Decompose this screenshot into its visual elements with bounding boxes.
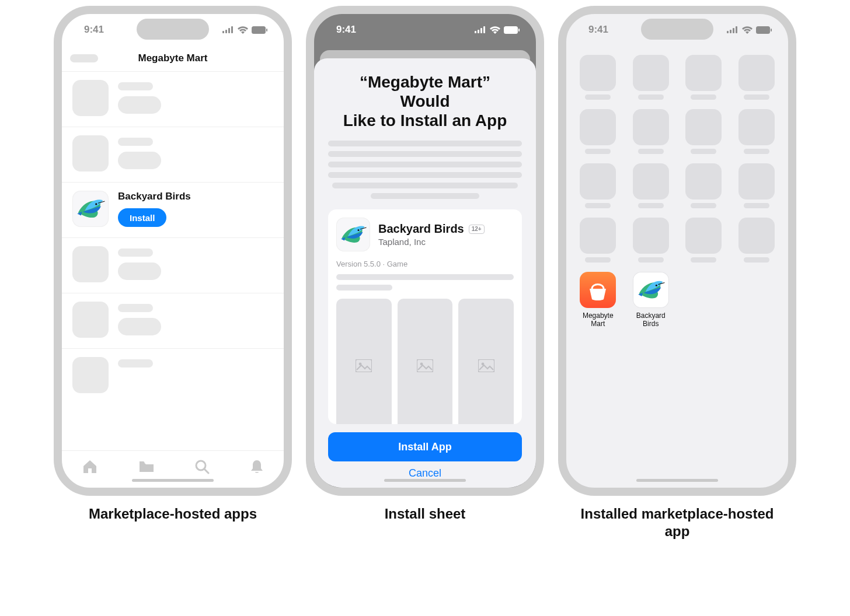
- cellular-icon: [222, 26, 234, 33]
- status-icons: [727, 26, 772, 34]
- app-slot[interactable]: [684, 218, 724, 262]
- svg-line-10: [204, 469, 208, 473]
- app-list: Backyard Birds Install: [62, 71, 284, 450]
- status-icons: [475, 26, 520, 34]
- placeholder-line: [336, 285, 392, 290]
- svg-rect-13: [480, 28, 482, 33]
- app-slot[interactable]: [737, 163, 777, 208]
- cancel-button[interactable]: Cancel: [328, 467, 522, 480]
- app-slot[interactable]: [631, 55, 671, 100]
- app-slot[interactable]: [737, 109, 777, 154]
- svg-rect-3: [222, 31, 224, 33]
- app-backyard-birds[interactable]: Backyard Birds: [631, 272, 671, 328]
- svg-rect-12: [478, 30, 479, 33]
- app-slot[interactable]: [578, 163, 618, 208]
- dynamic-island: [641, 19, 713, 40]
- svg-rect-4: [225, 30, 227, 33]
- install-button[interactable]: Install: [118, 208, 166, 227]
- image-icon: [417, 359, 433, 372]
- battery-icon: [756, 26, 772, 34]
- screenshot-placeholder: [458, 299, 514, 424]
- list-item[interactable]: [62, 293, 284, 349]
- svg-rect-6: [231, 26, 233, 33]
- list-item[interactable]: [62, 238, 284, 293]
- app-slot[interactable]: [737, 218, 777, 262]
- svg-rect-22: [771, 29, 772, 32]
- screenshot-placeholder: [336, 299, 392, 424]
- phone-marketplace: 9:41 Megabyte Mart: [54, 6, 292, 496]
- folder-icon[interactable]: [138, 460, 155, 473]
- svg-rect-5: [228, 28, 230, 33]
- app-icon-placeholder: [72, 135, 109, 172]
- app-icon-placeholder: [72, 246, 109, 282]
- dynamic-island: [137, 19, 209, 40]
- placeholder-pill: [118, 318, 161, 335]
- list-item[interactable]: [62, 127, 284, 183]
- app-label: Backyard Birds: [636, 312, 666, 328]
- home-icon[interactable]: [82, 459, 98, 474]
- list-item[interactable]: [62, 71, 284, 127]
- app-icon-placeholder: [72, 357, 109, 393]
- dynamic-island: [389, 19, 461, 40]
- age-badge: 12+: [469, 225, 485, 234]
- app-slot[interactable]: [631, 109, 671, 154]
- card-app-name: Backyard Birds 12+: [378, 222, 485, 236]
- sheet-title: “Megabyte Mart” Would Like to Install an…: [328, 72, 522, 130]
- app-slot[interactable]: [684, 163, 724, 208]
- cellular-icon: [475, 26, 486, 33]
- search-icon[interactable]: [194, 459, 210, 474]
- svg-rect-21: [756, 26, 770, 34]
- svg-rect-15: [504, 26, 518, 34]
- status-time: 9:41: [336, 24, 356, 36]
- bell-icon[interactable]: [250, 459, 264, 474]
- placeholder-line: [118, 138, 153, 146]
- app-slot[interactable]: [578, 109, 618, 154]
- phone-install-sheet: 9:41 “Megabyte Mart” Would Like to Insta…: [306, 6, 544, 496]
- app-label: Megabyte Mart: [583, 312, 614, 328]
- battery-icon: [252, 26, 267, 34]
- app-name: Backyard Birds: [118, 191, 191, 202]
- status-icons: [222, 26, 267, 34]
- app-slot[interactable]: [631, 218, 671, 262]
- app-slot[interactable]: [578, 218, 618, 262]
- hummingbird-icon: [636, 275, 666, 304]
- caption: Installed marketplace-hosted app: [572, 505, 782, 540]
- card-developer: Tapland, Inc: [378, 237, 485, 247]
- app-icon-backyard-birds: [336, 218, 370, 251]
- back-button[interactable]: [70, 54, 98, 62]
- status-time: 9:41: [84, 24, 104, 36]
- placeholder-pill: [118, 96, 161, 114]
- image-icon: [356, 359, 372, 372]
- placeholder-pill: [118, 152, 161, 169]
- app-slot[interactable]: [684, 109, 724, 154]
- battery-icon: [504, 26, 520, 34]
- card-meta: Version 5.5.0 · Game: [336, 260, 514, 268]
- svg-rect-19: [733, 28, 734, 33]
- app-megabyte-mart[interactable]: Megabyte Mart: [578, 272, 618, 328]
- placeholder-line: [118, 359, 153, 368]
- placeholder-line: [336, 274, 514, 280]
- placeholder-pill: [118, 262, 161, 280]
- screenshot-placeholder: [398, 299, 453, 424]
- caption: Install sheet: [385, 505, 466, 523]
- hummingbird-icon: [75, 194, 106, 224]
- home-indicator[interactable]: [636, 479, 718, 482]
- svg-rect-8: [266, 29, 267, 32]
- placeholder-line: [118, 304, 153, 312]
- app-slot[interactable]: [737, 55, 777, 100]
- app-icon-backyard-birds: [72, 191, 109, 227]
- home-indicator[interactable]: [384, 479, 466, 482]
- list-item-featured[interactable]: Backyard Birds Install: [62, 183, 284, 238]
- app-card: Backyard Birds 12+ Tapland, Inc Version …: [328, 209, 522, 424]
- app-slot[interactable]: [578, 55, 618, 100]
- svg-rect-17: [727, 31, 729, 33]
- home-indicator[interactable]: [132, 479, 214, 482]
- app-slot[interactable]: [684, 55, 724, 100]
- screenshot-row[interactable]: [336, 299, 514, 424]
- megabyte-mart-icon: [580, 272, 616, 308]
- list-item[interactable]: [62, 349, 284, 404]
- sheet-title-line2: Like to Install an App: [343, 111, 507, 130]
- caption: Marketplace-hosted apps: [89, 505, 257, 523]
- install-app-button[interactable]: Install App: [328, 432, 522, 461]
- app-slot[interactable]: [631, 163, 671, 208]
